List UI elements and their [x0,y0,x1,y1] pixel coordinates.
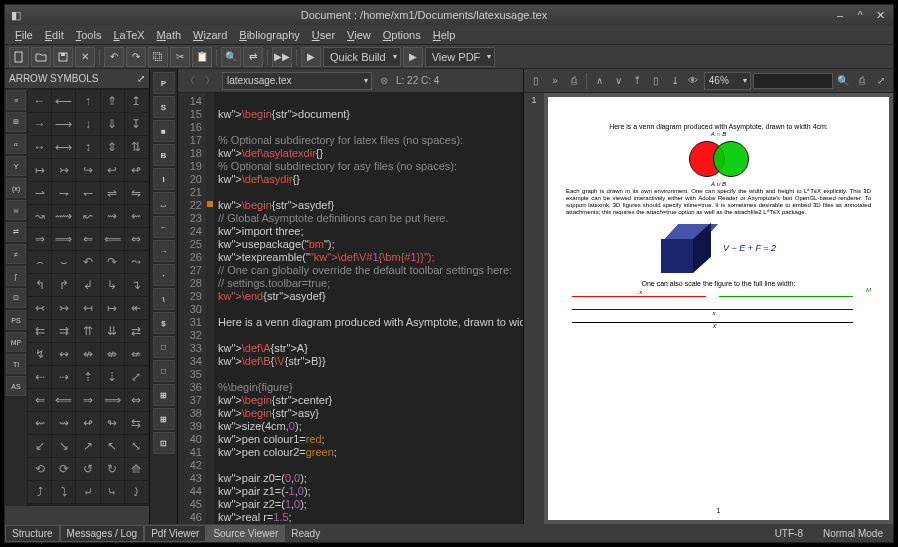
arrow-symbol-84[interactable]: ⟰ [125,458,148,480]
arrow-symbol-36[interactable]: ⌣ [52,251,75,273]
arrow-symbol-41[interactable]: ↱ [52,274,75,296]
close-tab-button[interactable]: ⊗ [376,73,392,89]
arrow-symbol-40[interactable]: ↰ [28,274,51,296]
view-pdf-combo[interactable]: View PDF [425,47,496,67]
run-button[interactable]: ▶ [301,47,321,67]
arrow-symbol-87[interactable]: ⤶ [76,481,99,503]
arrow-symbol-34[interactable]: ⇔ [125,228,148,250]
arrow-symbol-83[interactable]: ↻ [101,458,124,480]
arrow-symbol-42[interactable]: ↲ [76,274,99,296]
arrow-symbol-15[interactable]: ↦ [28,159,51,181]
arrow-symbol-16[interactable]: ↣ [52,159,75,181]
struct-tool-6[interactable]: ← [153,216,175,238]
arrow-symbol-24[interactable]: ⇋ [125,182,148,204]
arrow-symbol-17[interactable]: ↪ [76,159,99,181]
arrow-symbol-51[interactable]: ⇉ [52,320,75,342]
pv-search-input[interactable] [753,73,833,89]
arrow-symbol-46[interactable]: ↣ [52,297,75,319]
arrow-symbol-61[interactable]: ⇢ [52,366,75,388]
pv-split-icon[interactable]: ▯ [528,72,545,90]
arrow-symbol-52[interactable]: ⇈ [76,320,99,342]
arrow-symbol-14[interactable]: ⇅ [125,136,148,158]
arrow-symbol-80[interactable]: ⟲ [28,458,51,480]
quick-build-combo[interactable]: Quick Build [323,47,401,67]
struct-tool-10[interactable]: $ [153,312,175,334]
menu-help[interactable]: Help [427,27,462,43]
cut-button[interactable]: ✂ [170,47,190,67]
struct-tool-4[interactable]: I [153,168,175,190]
menu-user[interactable]: User [306,27,341,43]
arrow-symbol-74[interactable]: ⇆ [125,412,148,434]
struct-tool-3[interactable]: B [153,144,175,166]
arrow-symbol-13[interactable]: ⇕ [101,136,124,158]
arrow-symbol-82[interactable]: ↺ [76,458,99,480]
pv-up-icon[interactable]: ∧ [591,72,608,90]
arrow-symbol-56[interactable]: ↭ [52,343,75,365]
arrow-symbol-67[interactable]: ⇒ [76,389,99,411]
arrow-symbol-58[interactable]: ⇎ [101,343,124,365]
pv-last-icon[interactable]: ⤓ [666,72,683,90]
pv-find-icon[interactable]: 🔍 [835,72,852,90]
maximize-button[interactable]: ^ [853,8,867,22]
pv-down-icon[interactable]: ∨ [610,72,627,90]
arrow-symbol-11[interactable]: ⟷ [52,136,75,158]
struct-tool-15[interactable]: ⊡ [153,432,175,454]
arrow-symbol-48[interactable]: ↦ [101,297,124,319]
arrow-symbol-79[interactable]: ⤡ [125,435,148,457]
symbol-category-4[interactable]: (x) [6,178,26,198]
arrow-symbol-50[interactable]: ⇇ [28,320,51,342]
arrow-symbol-27[interactable]: ↜ [76,205,99,227]
save-button[interactable] [53,47,73,67]
arrow-symbol-81[interactable]: ⟳ [52,458,75,480]
find-button[interactable]: 🔍 [221,47,241,67]
symbol-category-10[interactable]: PS [6,310,26,330]
arrow-symbol-71[interactable]: ⇝ [52,412,75,434]
minimize-button[interactable]: – [833,8,847,22]
pv-first-icon[interactable]: ⤒ [629,72,646,90]
arrow-symbol-7[interactable]: ↓ [76,113,99,135]
arrow-symbol-25[interactable]: ↝ [28,205,51,227]
arrow-symbol-39[interactable]: ⤳ [125,251,148,273]
arrow-symbol-89[interactable]: ⤸ [125,481,148,503]
close-button[interactable]: ✕ [873,8,887,22]
close-file-button[interactable]: ✕ [75,47,95,67]
symbol-category-11[interactable]: MP [6,332,26,352]
arrow-symbol-77[interactable]: ↗ [76,435,99,457]
pv-page-icon[interactable]: ▯ [648,72,665,90]
arrow-symbol-12[interactable]: ↕ [76,136,99,158]
pdf-page[interactable]: Here is a venn diagram produced with Asy… [548,97,889,520]
struct-tool-0[interactable]: P [153,72,175,94]
bottom-tab-messages-log[interactable]: Messages / Log [60,525,145,542]
arrow-symbol-21[interactable]: ⇁ [52,182,75,204]
redo-button[interactable]: ↷ [126,47,146,67]
nav-fwd-button[interactable]: 〉 [202,73,218,89]
arrow-symbol-47[interactable]: ↤ [76,297,99,319]
arrow-symbol-4[interactable]: ↥ [125,90,148,112]
arrow-symbol-76[interactable]: ↘ [52,435,75,457]
arrow-symbol-8[interactable]: ⇓ [101,113,124,135]
arrow-symbol-35[interactable]: ⌢ [28,251,51,273]
arrow-symbol-28[interactable]: ⇝ [101,205,124,227]
arrow-symbol-72[interactable]: ↫ [76,412,99,434]
menu-file[interactable]: File [9,27,39,43]
struct-tool-1[interactable]: S [153,96,175,118]
symbol-category-8[interactable]: ∫ [6,266,26,286]
menu-view[interactable]: View [341,27,377,43]
symbol-category-1[interactable]: ⊞ [6,112,26,132]
menu-latex[interactable]: LaTeX [107,27,150,43]
arrow-symbol-5[interactable]: → [28,113,51,135]
arrow-symbol-23[interactable]: ⇌ [101,182,124,204]
pv-eye-icon[interactable]: 👁 [685,72,702,90]
arrow-symbol-45[interactable]: ↢ [28,297,51,319]
arrow-symbol-88[interactable]: ⤷ [101,481,124,503]
menu-wizard[interactable]: Wizard [187,27,233,43]
arrow-symbol-22[interactable]: ↽ [76,182,99,204]
new-button[interactable] [9,47,29,67]
symbol-category-3[interactable]: Y [6,156,26,176]
arrow-symbol-6[interactable]: ⟶ [52,113,75,135]
arrow-symbol-85[interactable]: ⤴ [28,481,51,503]
zoom-combo[interactable]: 46% [704,72,751,90]
code-editor[interactable]: kw">\begin{str">document} % Optional sub… [214,93,523,524]
nav-back-button[interactable]: 〈 [182,73,198,89]
arrow-symbol-55[interactable]: ↯ [28,343,51,365]
